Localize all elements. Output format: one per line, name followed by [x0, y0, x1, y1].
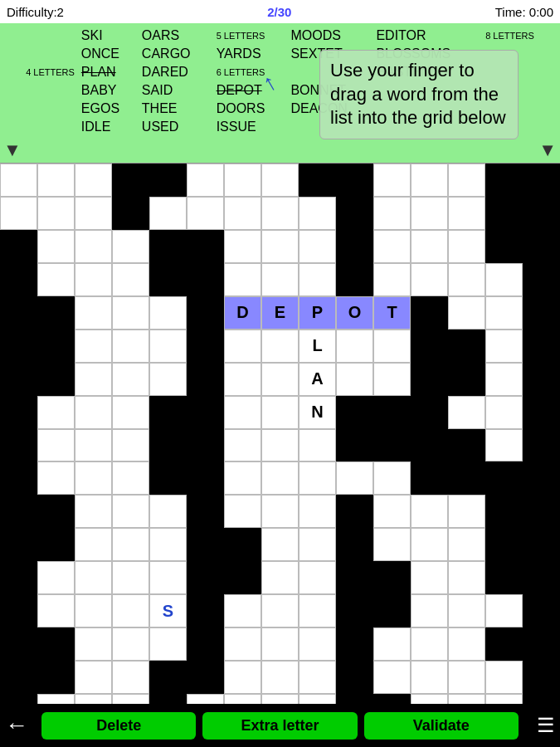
- grid-cell[interactable]: [0, 363, 37, 396]
- grid-cell[interactable]: [187, 461, 224, 495]
- grid-cell[interactable]: [224, 461, 261, 495]
- grid-cell[interactable]: [187, 495, 224, 528]
- grid-cell[interactable]: [299, 627, 336, 661]
- grid-cell[interactable]: A: [299, 363, 336, 396]
- grid-cell[interactable]: [373, 661, 411, 694]
- grid-cell[interactable]: [485, 594, 523, 627]
- grid-cell[interactable]: [299, 594, 336, 627]
- word-issue[interactable]: ISSUE: [213, 118, 288, 136]
- grid-cell[interactable]: [373, 164, 411, 197]
- grid-cell[interactable]: [224, 396, 261, 429]
- grid-cell[interactable]: [112, 396, 149, 429]
- grid-cell[interactable]: [261, 661, 299, 694]
- grid-cell[interactable]: [411, 594, 448, 627]
- grid-cell[interactable]: [37, 263, 75, 296]
- grid-cell[interactable]: [485, 164, 523, 197]
- grid-cell[interactable]: [224, 230, 261, 263]
- grid-cell[interactable]: [523, 296, 560, 330]
- grid-cell[interactable]: [523, 363, 560, 396]
- grid-cell[interactable]: [299, 495, 336, 528]
- grid-cell[interactable]: [485, 396, 523, 429]
- grid-cell[interactable]: [0, 230, 37, 263]
- grid-cell[interactable]: [523, 164, 560, 197]
- grid-cell[interactable]: [187, 661, 224, 694]
- grid-cell[interactable]: [523, 429, 560, 462]
- grid-cell[interactable]: [336, 263, 373, 296]
- grid-cell[interactable]: E: [261, 296, 299, 330]
- grid-cell[interactable]: P: [299, 296, 336, 330]
- grid-cell[interactable]: [37, 495, 75, 528]
- grid-cell[interactable]: O: [336, 296, 373, 330]
- word-oars[interactable]: OARS: [139, 27, 213, 45]
- grid-cell[interactable]: [224, 561, 261, 594]
- grid-cell[interactable]: [0, 528, 37, 561]
- grid-cell[interactable]: [75, 627, 112, 661]
- grid-cell[interactable]: [448, 396, 485, 429]
- delete-button[interactable]: Delete: [41, 712, 196, 740]
- scroll-left-arrow[interactable]: ▼: [3, 139, 22, 161]
- grid-cell[interactable]: [75, 330, 112, 363]
- grid-cell[interactable]: [411, 263, 448, 296]
- grid-cell[interactable]: [485, 461, 523, 495]
- grid-cell[interactable]: [187, 429, 224, 462]
- grid-cell[interactable]: [373, 594, 411, 627]
- grid-cell[interactable]: [336, 396, 373, 429]
- grid-cell[interactable]: [448, 528, 485, 561]
- grid-cell[interactable]: [448, 561, 485, 594]
- grid-cell[interactable]: [112, 330, 149, 363]
- grid-cell[interactable]: [149, 263, 187, 296]
- word-cargo[interactable]: CARGO: [139, 45, 213, 63]
- grid-cell[interactable]: [224, 429, 261, 462]
- grid-cell[interactable]: [37, 330, 75, 363]
- grid-cell[interactable]: [448, 461, 485, 495]
- grid-cell[interactable]: [37, 429, 75, 462]
- grid-cell[interactable]: [261, 461, 299, 495]
- grid-cell[interactable]: [149, 363, 187, 396]
- grid-cell[interactable]: [261, 396, 299, 429]
- grid-cell[interactable]: [448, 330, 485, 363]
- grid-cell[interactable]: [149, 561, 187, 594]
- grid-cell[interactable]: [112, 528, 149, 561]
- grid-cell[interactable]: [485, 495, 523, 528]
- grid-cell[interactable]: [75, 396, 112, 429]
- grid-cell[interactable]: [187, 230, 224, 263]
- grid-cell[interactable]: [411, 528, 448, 561]
- grid-cell[interactable]: [485, 661, 523, 694]
- grid-cell[interactable]: [523, 197, 560, 230]
- validate-button[interactable]: Validate: [364, 712, 519, 740]
- grid-cell[interactable]: [336, 164, 373, 197]
- word-egos[interactable]: EGOS: [78, 100, 139, 118]
- grid-cell[interactable]: [448, 661, 485, 694]
- grid-cell[interactable]: [112, 429, 149, 462]
- grid-cell[interactable]: [75, 263, 112, 296]
- grid-cell[interactable]: [224, 627, 261, 661]
- grid-cell[interactable]: [0, 561, 37, 594]
- grid-cell[interactable]: N: [299, 396, 336, 429]
- grid-cell[interactable]: [336, 429, 373, 462]
- grid-cell[interactable]: [373, 263, 411, 296]
- grid-cell[interactable]: [224, 330, 261, 363]
- grid-cell[interactable]: [149, 627, 187, 661]
- grid-cell[interactable]: [299, 263, 336, 296]
- grid-cell[interactable]: L: [299, 330, 336, 363]
- grid-cell[interactable]: [112, 296, 149, 330]
- grid-cell[interactable]: [411, 396, 448, 429]
- grid-cell[interactable]: [261, 230, 299, 263]
- grid-cell[interactable]: D: [224, 296, 261, 330]
- grid-cell[interactable]: [448, 363, 485, 396]
- grid-cell[interactable]: [149, 396, 187, 429]
- grid-cell[interactable]: [373, 230, 411, 263]
- grid-cell[interactable]: [37, 594, 75, 627]
- menu-icon[interactable]: ☰: [522, 714, 555, 737]
- grid-cell[interactable]: [485, 561, 523, 594]
- grid-cell[interactable]: [411, 164, 448, 197]
- grid-cell[interactable]: [485, 197, 523, 230]
- grid-cell[interactable]: [0, 594, 37, 627]
- word-yards[interactable]: YARDS: [213, 45, 288, 63]
- grid-cell[interactable]: [187, 561, 224, 594]
- grid-cell[interactable]: [149, 197, 187, 230]
- grid-cell[interactable]: [261, 164, 299, 197]
- word-baby[interactable]: BABY: [78, 81, 139, 100]
- grid-cell[interactable]: [0, 296, 37, 330]
- grid-cell[interactable]: [149, 296, 187, 330]
